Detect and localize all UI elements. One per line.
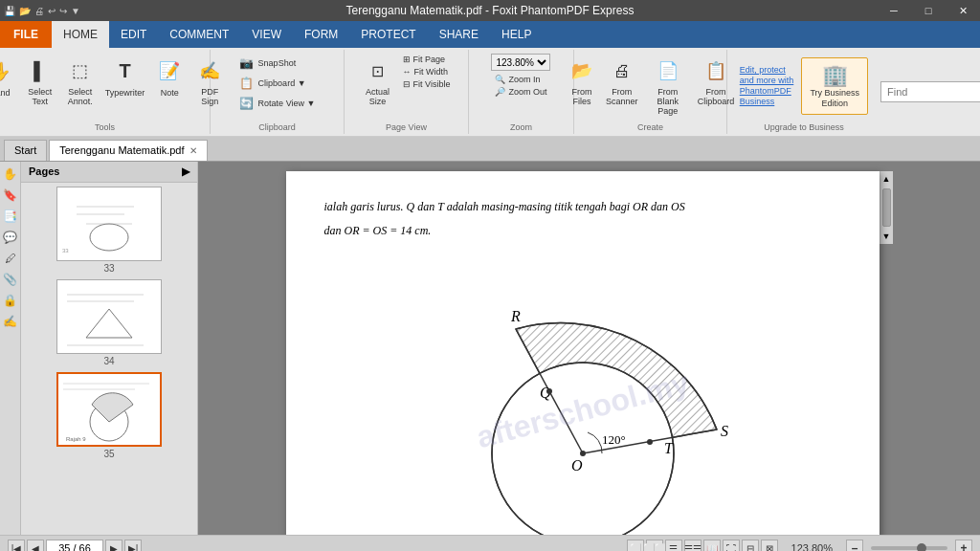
prev-page-button[interactable]: ◀: [27, 540, 44, 551]
zoom-percent-row: 123.80% 100% 75%: [491, 54, 550, 71]
left-tool-layers[interactable]: 📑: [2, 208, 19, 225]
fit-width-label: Fit Width: [414, 67, 449, 77]
tab-comment[interactable]: COMMENT: [158, 21, 240, 48]
tab-close-button[interactable]: ✕: [189, 145, 197, 156]
clipboard-button[interactable]: 📋 Clipboard ▼: [234, 74, 322, 93]
actual-size-button[interactable]: ⊡ ActualSize: [359, 54, 397, 109]
hand-label: Hand: [0, 88, 11, 98]
rotate-view-button[interactable]: 🔄 Rotate View ▼: [234, 94, 322, 113]
zoom-in-button[interactable]: 🔍 Zoom In: [491, 74, 550, 85]
scroll-down-button[interactable]: ▼: [880, 229, 893, 244]
from-files-button[interactable]: 📂 FromFiles: [564, 54, 599, 109]
tab-form[interactable]: FORM: [293, 21, 349, 48]
from-scanner-button[interactable]: 🖨 FromScanner: [603, 54, 639, 109]
hand-tool-button[interactable]: ✋ Hand: [0, 54, 19, 99]
zoom-percent-select[interactable]: 123.80% 100% 75%: [491, 54, 550, 71]
facing-scroll-button[interactable]: ☰☰: [684, 540, 702, 551]
scroll-up-button[interactable]: ▲: [880, 171, 893, 187]
note-icon: 📝: [154, 55, 185, 86]
minimize-button[interactable]: ─: [877, 0, 911, 21]
snapshot-button[interactable]: 📷 SnapShot: [234, 54, 322, 73]
document-view[interactable]: afterschool.my ialah garis lurus. Q dan …: [198, 162, 980, 535]
page-thumb-33[interactable]: 33 33: [25, 187, 193, 274]
fit-page-button[interactable]: ⊞ Fit Page: [399, 54, 455, 65]
left-tool-lock[interactable]: 🔒: [2, 292, 19, 309]
select-annotation-button[interactable]: ⬚ SelectAnnot.: [61, 54, 100, 109]
quick-access-print[interactable]: 🖨: [34, 6, 44, 16]
edit-protect-link[interactable]: Edit, protectand more withPhantomPDFBusi…: [740, 65, 794, 106]
pageview-group-label: Page View: [386, 121, 427, 132]
select-text-button[interactable]: ▌ SelectText: [21, 54, 59, 109]
quick-access-open[interactable]: 📂: [19, 6, 31, 16]
zoom-out-button[interactable]: 🔎 Zoom Out: [491, 86, 550, 98]
tab-file[interactable]: FILE: [0, 21, 52, 48]
snapshot-label: SnapShot: [258, 58, 297, 68]
first-page-button[interactable]: |◀: [8, 540, 25, 551]
maximize-button[interactable]: □: [911, 0, 946, 21]
tab-edit[interactable]: EDIT: [109, 21, 158, 48]
zoom-thumb[interactable]: [917, 543, 926, 551]
from-scanner-icon: 🖨: [607, 55, 637, 86]
body-text-content-1: ialah garis lurus. Q dan T adalah masing…: [324, 200, 685, 213]
left-tool-highlight[interactable]: 🖊: [2, 250, 19, 267]
quick-access-save[interactable]: 💾: [4, 6, 15, 16]
zoom-slider[interactable]: [871, 546, 947, 550]
from-blank-button[interactable]: 📄 FromBlank Page: [644, 54, 692, 119]
left-tool-annot[interactable]: 💬: [2, 229, 19, 246]
fit-page-icon: ⊞: [403, 55, 411, 64]
scrollbar-right[interactable]: ▲ ▼: [880, 171, 893, 244]
left-tool-sign[interactable]: ✍: [2, 313, 19, 330]
from-files-label: FromFiles: [571, 88, 591, 107]
tab-help[interactable]: HELP: [490, 21, 543, 48]
zoom-minus-button[interactable]: –: [846, 540, 863, 551]
view-mode-buttons: ⬜ ⬜⬜ ☰ ☰☰ 📖 ⛶ ⊟ ⊠: [627, 540, 778, 551]
single-page-button[interactable]: ⬜: [627, 540, 644, 551]
next-page-button[interactable]: ▶: [105, 540, 122, 551]
split-button[interactable]: ⊟: [742, 540, 759, 551]
close-button[interactable]: ✕: [946, 0, 980, 21]
label-O: O: [571, 457, 583, 474]
left-tool-hand[interactable]: ✋: [2, 165, 19, 183]
two-page-button[interactable]: ⬜⬜: [646, 540, 663, 551]
title-bar-controls: ─ □ ✕: [877, 0, 980, 21]
left-tool-bookmark[interactable]: 🔖: [2, 187, 19, 204]
reading-mode-button[interactable]: 📖: [703, 540, 721, 551]
zoom-in-icon: 🔍: [495, 75, 505, 84]
try-business-label: Try BusinessEdition: [810, 88, 859, 109]
tab-start[interactable]: Start: [4, 140, 47, 161]
fit-visible-button[interactable]: ⊟ Fit Visible: [399, 78, 455, 90]
try-business-button[interactable]: 🏢 Try BusinessEdition: [801, 57, 868, 115]
quick-access-redo[interactable]: ↪: [59, 6, 67, 16]
zoom-out-icon: 🔎: [495, 87, 505, 97]
fit-page-label: Fit Page: [413, 55, 446, 64]
select-annotation-icon: ⬚: [65, 55, 96, 86]
tab-protect[interactable]: PROTECT: [349, 21, 427, 48]
ribbon-group-tools: ✋ Hand ▌ SelectText ⬚ SelectAnnot. T Typ…: [0, 50, 211, 134]
extra-button[interactable]: ⊠: [761, 540, 778, 551]
typewriter-button[interactable]: T Typewriter: [101, 54, 149, 99]
page-number-input[interactable]: [46, 540, 103, 551]
zoom-plus-button[interactable]: +: [955, 540, 972, 551]
page-thumb-35[interactable]: Rajah 9 35: [25, 372, 193, 459]
search-input[interactable]: [880, 81, 980, 102]
fit-width-button[interactable]: ↔ Fit Width: [399, 66, 455, 77]
ribbon-group-zoom: 123.80% 100% 75% 🔍 Zoom In 🔎 Zoom Out Zo…: [469, 50, 574, 134]
left-tool-attach[interactable]: 📎: [2, 271, 19, 288]
scroll-button[interactable]: ☰: [665, 540, 682, 551]
tab-main-doc[interactable]: Terengganu Matematik.pdf ✕: [49, 140, 208, 161]
tab-share[interactable]: SHARE: [428, 21, 490, 48]
clipboard-column: 📷 SnapShot 📋 Clipboard ▼ 🔄 Rotate View ▼: [234, 54, 322, 113]
scroll-thumb[interactable]: [882, 188, 891, 227]
page-thumb-34[interactable]: 34: [25, 279, 193, 366]
tab-home[interactable]: HOME: [52, 21, 109, 48]
pages-panel-collapse[interactable]: ▶: [182, 165, 189, 178]
quick-access-more[interactable]: ▼: [71, 6, 80, 16]
typewriter-icon: T: [110, 55, 141, 86]
from-blank-label: FromBlank Page: [648, 88, 688, 117]
page-thumb-label-33: 33: [103, 263, 114, 274]
fullscreen-button[interactable]: ⛶: [723, 540, 740, 551]
last-page-button[interactable]: ▶|: [124, 540, 142, 551]
tab-view[interactable]: VIEW: [240, 21, 293, 48]
quick-access-undo[interactable]: ↩: [48, 6, 56, 16]
note-button[interactable]: 📝 Note: [150, 54, 189, 99]
